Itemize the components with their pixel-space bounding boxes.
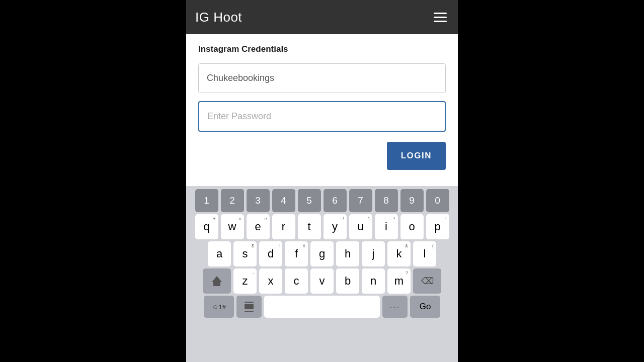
- hamburger-line-3: [434, 21, 447, 22]
- key-t[interactable]: t: [298, 214, 321, 239]
- key-g[interactable]: g.: [310, 241, 334, 266]
- key-l[interactable]: l(: [413, 241, 436, 266]
- content-area: Instagram Credentials LOGIN: [186, 34, 458, 186]
- key-2[interactable]: 2: [221, 189, 244, 212]
- shift-key[interactable]: ·: [203, 268, 231, 294]
- keyboard: 1 2 3 4 5 6 7 8 9 0 q+ w× ee r t y/ u\ i…: [186, 186, 458, 362]
- key-e[interactable]: ee: [247, 214, 270, 239]
- password-input[interactable]: [198, 101, 446, 132]
- kb-asdf-row: a s$ d! f# g. h j k& l(: [187, 241, 457, 266]
- space-key[interactable]: [264, 296, 380, 318]
- key-p[interactable]: p!: [426, 214, 449, 239]
- app-container: IG Hoot Instagram Credentials LOGIN 1 2 …: [186, 0, 458, 362]
- more-key[interactable]: ···: [382, 296, 408, 318]
- key-k[interactable]: k&: [387, 241, 411, 266]
- key-y[interactable]: y/: [324, 214, 347, 239]
- key-3[interactable]: 3: [247, 189, 270, 212]
- layout-key[interactable]: [236, 296, 262, 318]
- key-b[interactable]: b: [336, 268, 359, 294]
- key-i[interactable]: i*: [375, 214, 398, 239]
- kb-bottom-row: ☺1# ··· Go: [187, 296, 457, 318]
- go-key[interactable]: Go: [410, 296, 440, 318]
- key-4[interactable]: 4: [272, 189, 295, 212]
- backspace-key[interactable]: ⌫: [413, 268, 441, 294]
- key-r[interactable]: r: [272, 214, 295, 239]
- key-w[interactable]: w×: [221, 214, 244, 239]
- key-u[interactable]: u\: [349, 214, 372, 239]
- key-o[interactable]: o: [400, 214, 424, 239]
- key-f[interactable]: f#: [285, 241, 308, 266]
- hamburger-line-2: [434, 17, 447, 18]
- key-1[interactable]: 1: [195, 189, 218, 212]
- key-q[interactable]: q+: [195, 214, 218, 239]
- key-8[interactable]: 8: [375, 189, 398, 212]
- key-a[interactable]: a: [208, 241, 231, 266]
- key-7[interactable]: 7: [349, 189, 372, 212]
- key-h[interactable]: h: [336, 241, 359, 266]
- hamburger-line-1: [434, 13, 447, 14]
- key-d[interactable]: d!: [259, 241, 282, 266]
- left-panel: [0, 0, 186, 362]
- layout-icon: [245, 302, 254, 312]
- key-n[interactable]: n: [362, 268, 385, 294]
- kb-qwerty-row: q+ w× ee r t y/ u\ i* o p!: [187, 214, 457, 239]
- key-0[interactable]: 0: [426, 189, 449, 212]
- emoji-key[interactable]: ☺1#: [204, 296, 234, 318]
- more-icon: ···: [389, 302, 400, 312]
- kb-number-row: 1 2 3 4 5 6 7 8 9 0: [187, 189, 457, 212]
- key-v[interactable]: v: [310, 268, 334, 294]
- key-m[interactable]: m?: [387, 268, 411, 294]
- key-j[interactable]: j: [362, 241, 385, 266]
- key-x[interactable]: x: [259, 268, 282, 294]
- key-z[interactable]: z-: [233, 268, 257, 294]
- username-input[interactable]: [198, 63, 446, 93]
- button-row: LOGIN: [198, 142, 446, 174]
- right-panel: [458, 0, 644, 362]
- kb-zxcv-row: · z- x c v b n m? ⌫: [187, 268, 457, 294]
- section-title: Instagram Credentials: [198, 44, 446, 54]
- key-s[interactable]: s$: [233, 241, 257, 266]
- login-button[interactable]: LOGIN: [387, 142, 446, 170]
- key-5[interactable]: 5: [298, 189, 321, 212]
- app-title: IG Hoot: [195, 10, 242, 25]
- key-9[interactable]: 9: [400, 189, 424, 212]
- key-c[interactable]: c: [285, 268, 308, 294]
- hamburger-menu-button[interactable]: [432, 11, 449, 24]
- toolbar: IG Hoot: [186, 0, 458, 34]
- key-6[interactable]: 6: [324, 189, 347, 212]
